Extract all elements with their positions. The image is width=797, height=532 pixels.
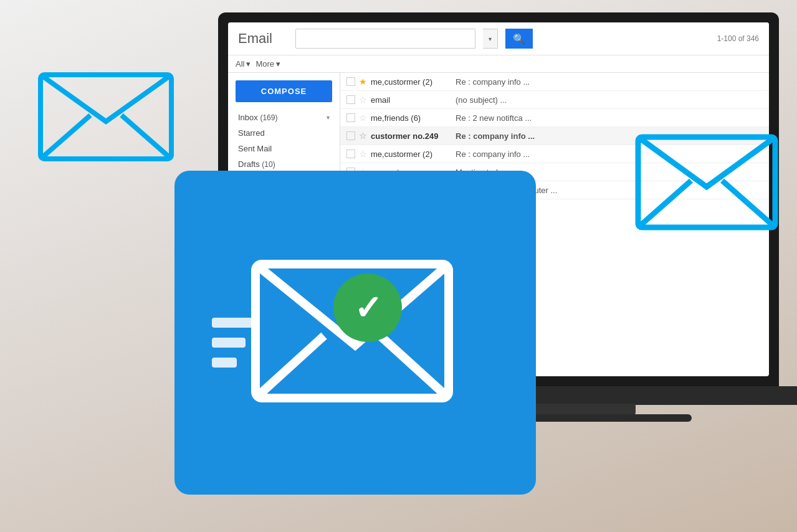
sidebar-item-drafts[interactable]: Drafts (10) bbox=[228, 156, 340, 172]
count-label: 1-100 of 346 bbox=[717, 34, 759, 43]
envelope-top-left bbox=[37, 62, 174, 162]
email-sender: me,friends (6) bbox=[371, 113, 452, 123]
sidebar-item-starred[interactable]: Starred bbox=[228, 125, 340, 141]
email-subject: Re : company info ... bbox=[456, 77, 763, 87]
envelope-top-right bbox=[635, 125, 778, 230]
big-blue-card: ✓ bbox=[174, 171, 536, 495]
svg-line-5 bbox=[722, 181, 775, 227]
sidebar-item-sentmail[interactable]: Sent Mail bbox=[228, 141, 340, 156]
email-header: Email ▾ 🔍 1-100 of 346 bbox=[228, 22, 769, 55]
email-sender: custormer no.249 bbox=[371, 131, 452, 141]
more-button[interactable]: More ▾ bbox=[255, 59, 280, 69]
email-checkbox[interactable] bbox=[346, 113, 355, 122]
star-icon[interactable]: ★ bbox=[359, 77, 367, 87]
compose-button[interactable]: COMPOSE bbox=[236, 80, 332, 102]
search-button[interactable]: 🔍 bbox=[505, 29, 533, 49]
all-dropdown-icon: ▾ bbox=[246, 59, 251, 69]
card-line-2 bbox=[212, 338, 246, 348]
email-sender: email bbox=[371, 95, 452, 105]
card-line-3 bbox=[212, 358, 237, 368]
inbox-arrow-icon: ▾ bbox=[327, 114, 330, 121]
email-checkbox[interactable] bbox=[346, 95, 355, 104]
email-checkbox[interactable] bbox=[346, 131, 355, 140]
email-sender: me,custormer (2) bbox=[371, 150, 452, 159]
card-envelope: ✓ bbox=[243, 239, 467, 426]
search-icon: 🔍 bbox=[513, 33, 525, 45]
email-sender: me,custormer (2) bbox=[371, 77, 452, 87]
star-icon[interactable]: ☆ bbox=[359, 95, 367, 105]
checkmark-icon: ✓ bbox=[354, 291, 382, 325]
email-row[interactable]: ★ me,custormer (2) Re : company info ... bbox=[340, 73, 769, 91]
chevron-down-icon: ▾ bbox=[489, 36, 492, 42]
svg-line-1 bbox=[41, 115, 90, 159]
email-checkbox[interactable] bbox=[346, 77, 355, 86]
sidebar-item-inbox[interactable]: Inbox (169) ▾ bbox=[228, 110, 340, 125]
sidebar-label-sentmail: Sent Mail bbox=[238, 144, 272, 153]
email-subject: Re : 2 new notiftca ... bbox=[456, 113, 763, 123]
star-icon[interactable]: ☆ bbox=[359, 131, 367, 141]
svg-line-4 bbox=[638, 181, 691, 227]
svg-line-2 bbox=[122, 115, 171, 159]
toolbar-left: All ▾ More ▾ bbox=[236, 59, 280, 69]
email-row[interactable]: ☆ email (no subject) ... bbox=[340, 91, 769, 109]
email-checkbox[interactable] bbox=[346, 150, 355, 158]
email-subject: (no subject) ... bbox=[456, 95, 763, 105]
sidebar-label-drafts: Drafts bbox=[238, 159, 262, 169]
sidebar-badge-drafts: (10) bbox=[262, 160, 275, 169]
envelope-icon-left bbox=[37, 62, 174, 162]
svg-line-7 bbox=[255, 336, 324, 398]
search-input[interactable] bbox=[295, 29, 475, 49]
app-title: Email bbox=[238, 31, 288, 47]
sidebar-badge-inbox: (169) bbox=[260, 113, 277, 122]
sidebar-label-starred: Starred bbox=[238, 128, 265, 138]
star-icon[interactable]: ☆ bbox=[359, 149, 367, 159]
search-dropdown[interactable]: ▾ bbox=[483, 29, 498, 49]
envelope-icon-right bbox=[635, 125, 778, 230]
star-icon[interactable]: ☆ bbox=[359, 113, 367, 123]
svg-line-8 bbox=[380, 336, 449, 398]
sidebar-label-inbox: Inbox bbox=[238, 113, 260, 122]
toolbar: All ▾ More ▾ bbox=[228, 55, 769, 73]
more-dropdown-icon: ▾ bbox=[276, 59, 280, 69]
all-button[interactable]: All ▾ bbox=[236, 59, 251, 69]
green-check-badge: ✓ bbox=[333, 273, 402, 342]
